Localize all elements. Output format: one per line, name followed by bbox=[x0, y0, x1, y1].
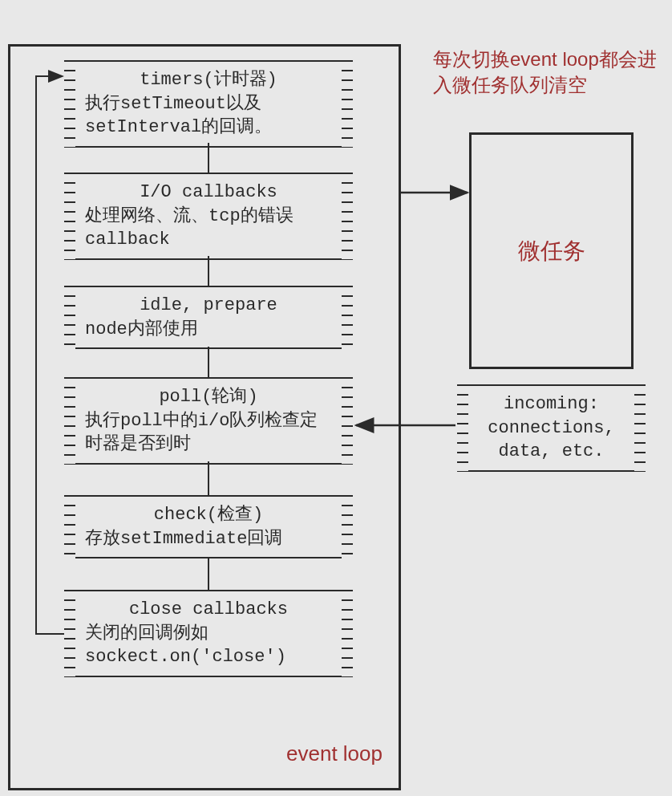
phase-timers-desc: 执行setTimeout以及setInterval的回调。 bbox=[85, 92, 332, 140]
phase-io-callbacks: I/O callbacks 处理网络、流、tcp的错误callback bbox=[64, 173, 353, 260]
phase-poll-desc: 执行poll中的i/o队列检查定时器是否到时 bbox=[85, 409, 332, 457]
phase-idle-prepare: idle, prepare node内部使用 bbox=[64, 286, 353, 349]
phase-close-title: close callbacks bbox=[85, 598, 332, 622]
phase-idle-desc: node内部使用 bbox=[85, 318, 332, 342]
phase-poll-title: poll(轮询) bbox=[85, 385, 332, 409]
phase-close-desc: 关闭的回调例如sockect.on('close') bbox=[85, 622, 332, 669]
event-loop-label: event loop bbox=[286, 741, 383, 766]
incoming-line3: data, etc. bbox=[475, 440, 628, 464]
phase-close-callbacks: close callbacks 关闭的回调例如sockect.on('close… bbox=[64, 590, 353, 677]
phase-timers: timers(计时器) 执行setTimeout以及setInterval的回调… bbox=[64, 60, 353, 148]
microtask-label: 微任务 bbox=[518, 236, 585, 266]
phase-io-title: I/O callbacks bbox=[85, 181, 332, 205]
phase-check: check(检查) 存放setImmediate回调 bbox=[64, 495, 353, 558]
microtask-note: 每次切换event loop都会进入微任务队列清空 bbox=[433, 47, 672, 99]
incoming-line2: connections, bbox=[475, 416, 628, 441]
phase-timers-title: timers(计时器) bbox=[85, 68, 332, 92]
microtask-box: 微任务 bbox=[469, 132, 634, 369]
incoming-line1: incoming: bbox=[475, 392, 628, 416]
incoming-box: incoming: connections, data, etc. bbox=[457, 384, 646, 472]
phase-check-title: check(检查) bbox=[85, 503, 332, 527]
phase-check-desc: 存放setImmediate回调 bbox=[85, 527, 332, 551]
phase-idle-title: idle, prepare bbox=[85, 294, 332, 318]
phase-io-desc: 处理网络、流、tcp的错误callback bbox=[85, 205, 332, 252]
phase-poll: poll(轮询) 执行poll中的i/o队列检查定时器是否到时 bbox=[64, 377, 353, 465]
